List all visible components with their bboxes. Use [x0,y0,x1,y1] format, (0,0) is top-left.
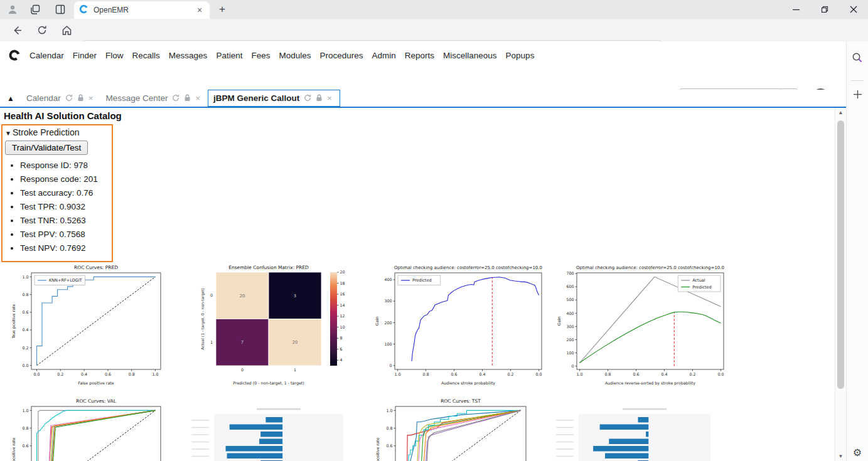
tab-refresh-icon[interactable] [172,93,179,104]
stat-item: Test TNR: 0.5263 [20,216,109,225]
panel-summary[interactable]: ▼Stroke Prediction [5,127,109,137]
svg-text:4: 4 [340,358,343,362]
menu-item-finder[interactable]: Finder [73,51,97,60]
close-window-button[interactable] [839,0,868,19]
svg-text:Audience stroke probability: Audience stroke probability [441,381,495,386]
tab-lock-icon[interactable] [184,93,191,104]
tab-close-icon[interactable]: × [195,5,205,15]
svg-text:600: 600 [566,284,574,289]
svg-text:1.0: 1.0 [22,275,28,279]
menu-item-patient[interactable]: Patient [216,51,242,60]
emr-tab-message-center[interactable]: Message Center× [100,90,208,107]
svg-text:0.4: 0.4 [661,372,667,376]
menu-item-fees[interactable]: Fees [251,51,270,60]
svg-text:6: 6 [340,347,343,351]
tab-refresh-icon[interactable] [65,93,73,104]
svg-text:Predicted (0 - non-target, 1 -: Predicted (0 - non-target, 1 - target) [233,381,304,386]
svg-text:0: 0 [210,293,213,297]
back-icon[interactable] [9,23,25,37]
menu-item-calendar[interactable]: Calendar [29,51,64,60]
svg-text:0.6: 0.6 [386,443,392,448]
svg-text:0.2: 0.2 [57,372,63,376]
svg-text:1.0: 1.0 [152,372,158,376]
menu-item-modules[interactable]: Modules [279,51,311,60]
svg-text:0.4: 0.4 [81,372,87,376]
chart-roc-curves-pred: 0.00.20.40.60.81.00.00.20.40.60.81.0ROC … [11,263,165,386]
stat-item: Test accuracy: 0.76 [20,188,109,198]
svg-text:18: 18 [340,281,345,285]
tab-lock-icon[interactable] [316,93,323,104]
svg-text:20: 20 [340,270,345,274]
browser-tab[interactable]: OpenEMR × [74,1,210,19]
refresh-icon[interactable] [34,23,50,37]
tab-actions-icon[interactable] [53,3,68,16]
browser-tab-title: OpenEMR [94,6,195,14]
chart-feature-bars-val [185,406,348,461]
scrollbar-thumb[interactable] [837,120,844,389]
svg-text:7: 7 [241,340,244,345]
svg-text:0.0: 0.0 [33,372,40,376]
menu-item-procedures[interactable]: Procedures [319,51,363,60]
menu-item-flow[interactable]: Flow [105,51,124,60]
tab-close-icon[interactable]: × [88,93,94,103]
profile-icon[interactable] [5,3,20,16]
svg-text:True positive rate: True positive rate [375,437,380,461]
home-icon[interactable] [58,23,75,37]
page-title: Health AI Solution Catalog [4,110,122,121]
stat-item: Test PPV: 0.7568 [20,230,109,239]
tab-close-icon[interactable]: × [327,93,332,103]
svg-text:0.0: 0.0 [535,372,542,376]
svg-text:14: 14 [340,303,345,307]
svg-text:True positive rate: True positive rate [11,437,16,461]
chart-optimal-audience-predicted: 1.00.80.60.40.20.00100200300400Optimal c… [374,263,546,386]
tab-refresh-icon[interactable] [304,93,311,104]
emr-tab-calendar[interactable]: Calendar× [21,90,100,107]
svg-text:0.8: 0.8 [422,372,429,376]
stat-item: Test NPV: 0.7692 [20,243,109,253]
new-tab-button[interactable]: + [215,3,230,16]
svg-text:100: 100 [384,342,392,346]
emr-tab-label: Calendar [26,93,61,103]
scroll-down-icon[interactable]: ▼ [835,453,846,459]
collapse-menu-icon[interactable]: ▲ [0,94,21,107]
chart-roc-curves-val: 0.00.20.40.60.81.00.00.20.40.60.81.0ROC … [11,397,165,461]
page-content: Health AI Solution Catalog ▼Stroke Predi… [0,108,835,461]
settings-gear-icon[interactable]: ⚙ [850,445,865,460]
menu-item-admin[interactable]: Admin [372,51,396,60]
svg-text:0.6: 0.6 [22,310,28,314]
svg-text:1.0: 1.0 [22,408,28,413]
main-menu: CalendarFinderFlowRecallsMessagesPatient… [29,41,534,69]
svg-text:1.0: 1.0 [394,372,400,376]
svg-text:0.6: 0.6 [105,372,111,376]
menu-item-popups[interactable]: Popups [506,51,535,60]
menu-item-reports[interactable]: Reports [405,51,434,60]
emr-tab-strip: ▲ Calendar×Message Center×jBPM Generic C… [0,90,846,108]
svg-text:12: 12 [340,314,345,318]
workspaces-icon[interactable] [28,3,43,16]
add-sidebar-item-icon[interactable] [850,87,865,102]
tab-lock-icon[interactable] [77,93,84,104]
stats-list: Response ID: 978Response code: 201Test a… [20,161,109,253]
browser-titlebar: OpenEMR × + [0,0,868,19]
emr-tab-jbpm-generic-callout[interactable]: jBPM Generic Callout× [208,90,340,107]
restore-button[interactable] [810,0,839,19]
svg-text:0.8: 0.8 [604,372,611,376]
menu-item-miscellaneous[interactable]: Miscellaneous [443,51,497,60]
bing-search-icon[interactable] [850,50,865,65]
svg-text:ROC Curves: TST: ROC Curves: TST [441,398,481,404]
svg-text:20: 20 [240,294,245,299]
minimize-button[interactable] [781,0,810,19]
tab-close-icon[interactable]: × [195,93,200,103]
vertical-scrollbar[interactable]: ▲ ▼ [835,108,846,461]
svg-text:0.8: 0.8 [386,426,392,430]
scroll-up-icon[interactable]: ▲ [835,110,846,115]
svg-text:16: 16 [340,292,345,296]
svg-text:100: 100 [566,351,574,355]
menu-item-messages[interactable]: Messages [169,51,208,60]
svg-text:20: 20 [292,340,298,345]
train-validate-test-button[interactable]: Train/Validate/Test [5,140,88,155]
menu-item-recalls[interactable]: Recalls [132,51,160,60]
svg-text:Actual (1 - target, 0 - non-ta: Actual (1 - target, 0 - non-target) [200,288,205,350]
svg-text:0.8: 0.8 [22,292,28,297]
svg-text:400: 400 [384,277,392,282]
